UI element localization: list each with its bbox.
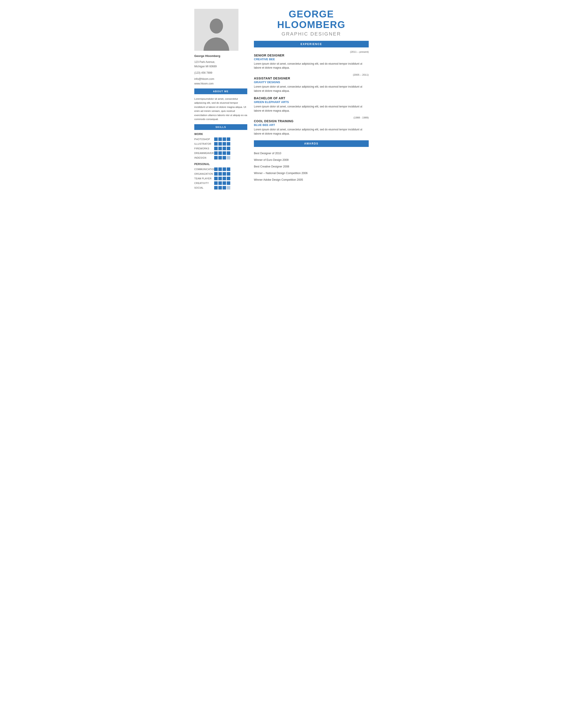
skill-row: TEAM PLAYER (194, 177, 247, 180)
dot-filled (218, 142, 222, 146)
contact-email-web: info@hloom.com www.hloom.com (194, 77, 247, 86)
work-skills-label: WORK (194, 133, 247, 136)
experience-company: GRAVITY DESIGNS (254, 81, 369, 84)
award-item: Winner of Euro Design 2009 (254, 157, 369, 163)
awards-list: Best Designer of 2010Winner of Euro Desi… (254, 150, 369, 183)
dot-filled (227, 177, 230, 180)
skill-dots (214, 177, 230, 180)
dot-filled (222, 142, 226, 146)
dot-filled (222, 181, 226, 185)
personal-skills-list: COMMUNICATIONORGANIZATIONTEAM PLAYERCREA… (194, 167, 247, 190)
experience-item: (2005 – 2011)ASSISTANT DESIGNERGRAVITY D… (254, 73, 369, 93)
skill-dots (214, 147, 230, 150)
dot-filled (218, 172, 222, 176)
contact-phone: (123) 456 7899 (194, 71, 247, 75)
dot-filled (218, 177, 222, 180)
resume-container: George Hloomberg 123 Park Avenue, Michig… (194, 9, 369, 191)
skill-dots (214, 142, 230, 146)
experience-date: (1988 - 1989) (254, 116, 369, 119)
dot-empty (227, 186, 230, 190)
skill-dots (214, 156, 230, 159)
skill-label: FIREWORKS (194, 147, 214, 150)
experience-item: (2011 – present)SENIOR DESIGNERCREATIVE … (254, 51, 369, 70)
svg-point-0 (210, 19, 223, 34)
experience-title: COOL DESIGN TRAINING (254, 119, 369, 123)
awards-header: AWARDS (254, 140, 369, 147)
experience-company: GREEN ELEPHANT ARTS (254, 100, 369, 104)
dot-filled (227, 142, 230, 146)
dot-filled (227, 167, 230, 171)
svg-point-1 (203, 38, 229, 51)
experience-date: (2005 – 2011) (254, 73, 369, 76)
dot-filled (227, 151, 230, 155)
skill-label: INDESIGN (194, 156, 214, 159)
dot-filled (214, 147, 218, 150)
skill-row: ORGANIZATION (194, 172, 247, 176)
dot-filled (214, 151, 218, 155)
photo-box (194, 9, 238, 51)
contact-name: George Hloomberg (194, 54, 247, 58)
work-skills-list: PHOTOSHOPILLUSTRATORFIREWORKSDREAMWEAVER… (194, 137, 247, 159)
dot-filled (214, 167, 218, 171)
name-block: GEORGE HLOOMBERG GRAPHIC DESIGNER (254, 9, 369, 37)
dot-filled (214, 142, 218, 146)
dot-filled (218, 186, 222, 190)
left-column: George Hloomberg 123 Park Avenue, Michig… (194, 9, 247, 191)
dot-filled (222, 172, 226, 176)
job-title: GRAPHIC DESIGNER (254, 31, 369, 37)
dot-filled (222, 167, 226, 171)
about-header: ABOUT ME (194, 88, 247, 94)
dot-filled (214, 156, 218, 159)
skill-row: PHOTOSHOP (194, 137, 247, 141)
dot-filled (222, 186, 226, 190)
dot-filled (227, 181, 230, 185)
dot-filled (218, 137, 222, 141)
experience-item: (1988 - 1989)COOL DESIGN TRAININGBLUE BE… (254, 116, 369, 136)
last-name: HLOOMBERG (254, 19, 369, 30)
dot-filled (214, 172, 218, 176)
dot-filled (222, 147, 226, 150)
award-item: Best Creative Designer 2008 (254, 163, 369, 170)
about-text: Loremipsumdolor sit amet, consectetur ad… (194, 97, 247, 121)
dot-filled (218, 156, 222, 159)
skill-row: SOCIAL (194, 186, 247, 190)
dot-filled (222, 177, 226, 180)
skill-row: COMMUNICATION (194, 167, 247, 171)
skill-dots (214, 137, 230, 141)
dot-filled (218, 167, 222, 171)
skill-label: SOCIAL (194, 186, 214, 189)
dot-filled (227, 172, 230, 176)
personal-skills-label: PERSONAL (194, 163, 247, 166)
dot-filled (227, 147, 230, 150)
experience-company: CREATIVE BEE (254, 58, 369, 61)
skill-label: COMMUNICATION (194, 168, 214, 171)
experience-description: Lorem ipsum dolor sit amet, consectetur … (254, 85, 369, 93)
skill-label: ORGANIZATION (194, 173, 214, 175)
experience-description: Lorem ipsum dolor sit amet, consectetur … (254, 62, 369, 70)
experience-header: EXPERIENCE (254, 41, 369, 47)
experience-title: SENIOR DESIGNER (254, 54, 369, 57)
experience-date: (2011 – present) (254, 51, 369, 53)
skill-dots (214, 181, 230, 185)
experience-item: BACHELOR OF ARTGREEN ELEPHANT ARTSLorem … (254, 96, 369, 113)
skill-label: TEAM PLAYER (194, 177, 214, 180)
experience-list: (2011 – present)SENIOR DESIGNERCREATIVE … (254, 51, 369, 136)
experience-title: ASSISTANT DESIGNER (254, 77, 369, 80)
skill-label: DREAMWEAVER (194, 152, 214, 154)
first-name: GEORGE (254, 9, 369, 19)
award-item: Winner Adobe Design Competition 2005 (254, 176, 369, 183)
right-column: GEORGE HLOOMBERG GRAPHIC DESIGNER EXPERI… (254, 9, 369, 191)
skill-dots (214, 186, 230, 190)
dot-filled (214, 137, 218, 141)
experience-company: BLUE BEE ART (254, 123, 369, 127)
award-item: Winner – National Design Competition 200… (254, 170, 369, 176)
skill-dots (214, 172, 230, 176)
dot-filled (214, 177, 218, 180)
skill-row: ILLUSTRATOR (194, 142, 247, 146)
dot-filled (227, 137, 230, 141)
dot-empty (227, 156, 230, 159)
award-item: Best Designer of 2010 (254, 150, 369, 157)
dot-filled (214, 181, 218, 185)
dot-filled (222, 151, 226, 155)
experience-description: Lorem ipsum dolor sit amet, consectetur … (254, 105, 369, 113)
